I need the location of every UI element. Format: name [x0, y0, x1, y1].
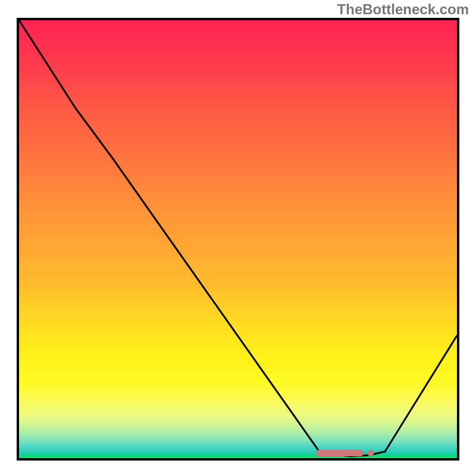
curve-path	[19, 20, 457, 456]
watermark-text: TheBottleneck.com	[337, 1, 469, 18]
plot-area	[19, 20, 457, 458]
bottleneck-curve	[19, 20, 457, 458]
chart-frame	[17, 18, 459, 461]
page: TheBottleneck.com	[0, 0, 476, 476]
